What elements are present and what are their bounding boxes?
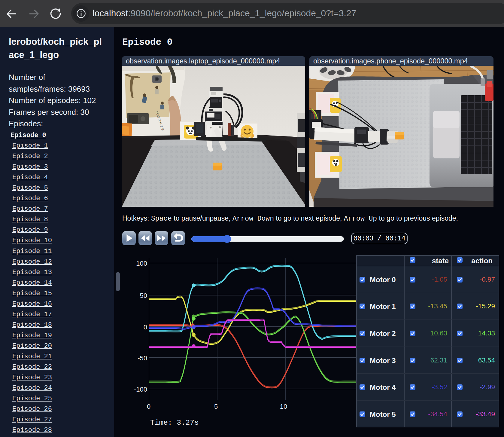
svg-text:0: 0 [144, 323, 147, 331]
svg-text:-100: -100 [134, 386, 147, 393]
svg-text:0: 0 [147, 403, 150, 410]
svg-text:100: 100 [136, 260, 147, 267]
svg-text:Time: 3.27s: Time: 3.27s [150, 419, 199, 427]
svg-text:5: 5 [214, 403, 218, 410]
svg-text:10: 10 [280, 403, 287, 410]
svg-text:50: 50 [140, 292, 147, 299]
svg-text:-50: -50 [138, 354, 147, 362]
